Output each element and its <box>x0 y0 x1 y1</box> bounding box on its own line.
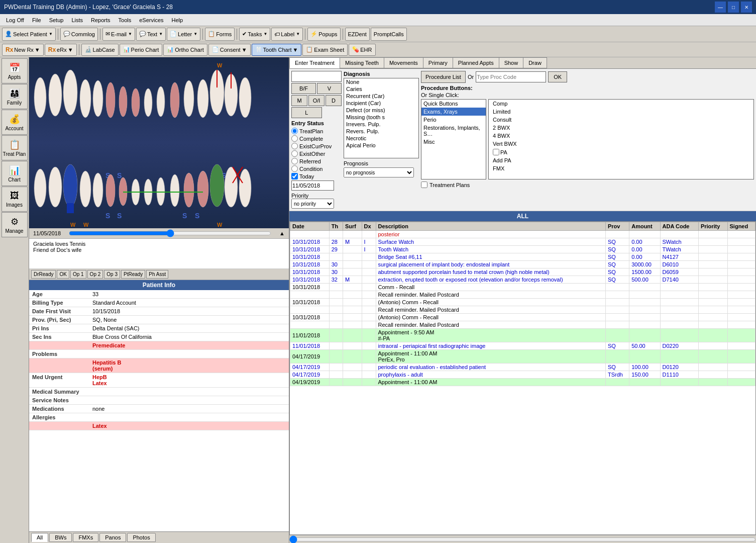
procedure-list-button[interactable]: Procedure List <box>421 71 466 83</box>
h-scrollbar[interactable] <box>289 535 756 544</box>
ptready-button[interactable]: PtReady <box>121 270 145 279</box>
phasst-button[interactable]: Ph Asst <box>146 270 168 279</box>
perio-chart-button[interactable]: 📊 Perio Chart <box>120 44 163 56</box>
new-rx-button[interactable]: Rx New Rx ▼ <box>2 44 44 56</box>
op1-button[interactable]: Op 1 <box>70 270 86 279</box>
menu-file[interactable]: File <box>28 16 45 24</box>
sidebar-family[interactable]: 👨‍👩‍👧 Family <box>2 84 28 109</box>
table-row[interactable]: Recall reminder. Mailed Postcard <box>290 306 755 314</box>
op3-button[interactable]: Op 3 <box>104 270 120 279</box>
tab-show[interactable]: Show <box>499 57 523 68</box>
consent-button[interactable]: 📄 Consent ▼ <box>208 44 251 56</box>
sidebar-manage[interactable]: ⚙ Manage <box>2 212 28 237</box>
treatplan-radio[interactable] <box>291 128 298 134</box>
table-row[interactable]: posterior <box>290 231 755 238</box>
letter-button[interactable]: 📄 Letter ▼ <box>167 28 200 41</box>
pb-comp[interactable]: Comp <box>489 100 753 108</box>
ok-status-button[interactable]: OK <box>57 270 69 279</box>
ok-button[interactable]: OK <box>548 71 567 82</box>
tab-draw[interactable]: Draw <box>523 57 547 68</box>
menu-help[interactable]: Help <box>168 16 187 24</box>
tooth-chart-area[interactable]: 1 2 3 4 5 6 7 8 9 10 11 12 13 14 <box>29 57 289 228</box>
table-row[interactable]: 10/31/201828MISurface WatchSQ0.00SWatch <box>290 238 755 246</box>
menu-logoff[interactable]: Log Off <box>2 16 28 24</box>
pb-quick[interactable]: Quick Buttons <box>421 100 486 108</box>
m-button[interactable]: M <box>291 95 307 106</box>
pb-pa[interactable]: PA <box>489 148 753 156</box>
tab-fmxs[interactable]: FMXs <box>73 533 98 542</box>
diag-revers[interactable]: Revers. Pulp. <box>344 128 418 135</box>
sidebar-images[interactable]: 🖼 Images <box>2 187 28 212</box>
diag-necrotic[interactable]: Necrotic <box>344 135 418 142</box>
pb-restorations[interactable]: Restorations, Implants, S… <box>421 124 486 138</box>
menu-eservices[interactable]: eServices <box>135 16 167 24</box>
table-row[interactable]: 10/31/201829ITooth WatchSQ0.00TWatch <box>290 246 755 253</box>
pb-4bwx[interactable]: 4 BWX <box>489 132 753 140</box>
date-slider[interactable] <box>69 229 271 237</box>
close-button[interactable]: ✕ <box>741 2 752 13</box>
oi-button[interactable]: O/I <box>308 95 325 106</box>
existcurprov-radio[interactable] <box>291 143 298 149</box>
table-row[interactable]: 04/17/2019prophylaxis - adultTSrdh150.00… <box>290 371 755 379</box>
menu-tools[interactable]: Tools <box>115 16 136 24</box>
tasks-button[interactable]: ✔ Tasks ▼ <box>239 28 270 41</box>
diagnosis-list[interactable]: None Caries Recurrent (Car) Incipient (C… <box>344 78 419 158</box>
pb-fmx[interactable]: FMX <box>489 164 753 172</box>
popups-button[interactable]: ⚡ Popups <box>307 28 340 41</box>
horizontal-scrollbar[interactable] <box>289 535 756 543</box>
sidebar-treat-plan[interactable]: 📋 Treat Plan <box>2 135 28 160</box>
pb-exams[interactable]: Exams, Xrays <box>421 108 486 116</box>
existother-radio[interactable] <box>291 150 298 157</box>
select-patient-button[interactable]: 👤 Select Patient ▼ <box>2 28 56 41</box>
tab-photos[interactable]: Photos <box>127 533 155 542</box>
pb-2bwx[interactable]: 2 BWX <box>489 124 753 132</box>
bf-button[interactable]: B/F <box>291 83 316 94</box>
table-row[interactable]: 10/31/201830surgical placement of implan… <box>290 261 755 268</box>
drready-button[interactable]: DrReady <box>31 270 56 279</box>
tab-enter-treatment[interactable]: Enter Treatment <box>289 57 340 68</box>
tab-primary[interactable]: Primary <box>423 57 453 68</box>
text-button[interactable]: 💬 Text ▼ <box>136 28 166 41</box>
pb-misc[interactable]: Misc <box>421 138 486 146</box>
forms-button[interactable]: 📋 Forms <box>205 28 235 41</box>
table-row[interactable]: 04/19/2019Appointment - 11:00 AM <box>290 379 755 386</box>
tab-planned-appts[interactable]: Planned Appts <box>453 57 499 68</box>
diag-missing[interactable]: Missing (tooth s <box>344 114 418 121</box>
ezdent-button[interactable]: EZDent <box>345 28 370 41</box>
promptcalls-button[interactable]: PromptCalls <box>371 28 407 41</box>
ehr-button[interactable]: 💊 EHR <box>349 44 375 56</box>
referred-radio[interactable] <box>291 158 298 164</box>
l-button[interactable]: L <box>291 107 322 118</box>
prognosis-select[interactable]: no prognosis Good Fair Poor <box>344 167 414 177</box>
date-input[interactable] <box>291 180 334 191</box>
today-checkbox[interactable] <box>291 173 298 179</box>
tooth-number-input[interactable] <box>291 71 342 82</box>
pb-add-pa[interactable]: Add PA <box>489 156 753 164</box>
table-row[interactable]: 10/31/2018(Antonio) Comm - Recall <box>290 299 755 306</box>
tab-movements[interactable]: Movements <box>384 57 423 68</box>
tooth-chart-button[interactable]: 🦷 Tooth Chart ▼ <box>252 44 302 56</box>
maximize-button[interactable]: □ <box>728 2 739 13</box>
pb-perio[interactable]: Perio <box>421 116 486 124</box>
sidebar-appts[interactable]: 📅 Appts <box>2 58 28 83</box>
condition-radio[interactable] <box>291 165 298 172</box>
commlog-button[interactable]: 💬 Commlog <box>60 28 98 41</box>
menu-setup[interactable]: Setup <box>45 16 68 24</box>
tab-panos[interactable]: Panos <box>99 533 126 542</box>
diag-caries[interactable]: Caries <box>344 85 418 93</box>
complete-radio[interactable] <box>291 135 298 142</box>
tab-missing-teeth[interactable]: Missing Teeth <box>340 57 384 68</box>
v-button[interactable]: V <box>317 83 342 94</box>
d-button[interactable]: D <box>326 95 342 106</box>
pb-consult[interactable]: Consult <box>489 116 753 124</box>
op2-button[interactable]: Op 2 <box>87 270 103 279</box>
type-proc-input[interactable] <box>476 71 546 82</box>
table-row[interactable]: 10/31/201830abutment supported porcelain… <box>290 268 755 276</box>
diag-apical[interactable]: Apical Perio <box>344 142 418 149</box>
priority-select[interactable]: no priority 1 2 3 <box>291 199 334 209</box>
labcase-button[interactable]: 🔬 LabCase <box>81 44 119 56</box>
diag-irrevers[interactable]: Irrevers. Pulp. <box>344 121 418 128</box>
table-row[interactable]: Recall reminder. Mailed Postcard <box>290 321 755 329</box>
table-row[interactable]: 11/01/2018Appointment - 9:50 AM#-PA <box>290 329 755 342</box>
erx-button[interactable]: Rx eRx ▼ <box>45 44 77 56</box>
